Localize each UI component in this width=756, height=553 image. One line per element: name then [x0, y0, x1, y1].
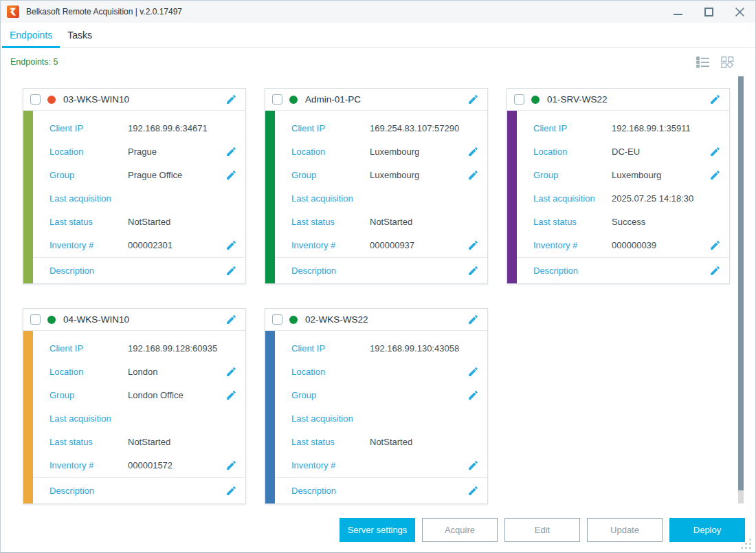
card-header: 02-WKS-WS22 [265, 309, 487, 331]
endpoint-cards-grid: 03-WKS-WIN10 Client IP192.168.99.6:34671… [23, 88, 730, 504]
edit-name-icon[interactable] [225, 314, 237, 325]
field-inventory: Inventory #000002301 [33, 233, 245, 257]
edit-group-icon[interactable] [709, 169, 721, 181]
endpoint-checkbox[interactable] [272, 314, 282, 325]
edit-description-icon[interactable] [467, 485, 479, 497]
belkasoft-logo-icon [7, 6, 19, 18]
field-client-ip: Client IP192.168.99.130:43058 [275, 336, 487, 360]
edit-description-icon[interactable] [467, 265, 479, 276]
tab-strip: Endpoints Tasks [1, 23, 755, 48]
edit-description-icon[interactable] [709, 265, 721, 276]
edit-inventory-icon[interactable] [225, 459, 237, 471]
edit-name-icon[interactable] [467, 94, 479, 105]
endpoint-card: 01-SRV-WS22 Client IP192.168.99.1:35911 … [507, 88, 730, 284]
edit-description-icon[interactable] [225, 265, 237, 276]
endpoint-card: Admin-01-PC Client IP169.254.83.107:5729… [265, 88, 488, 284]
edit-inventory-icon[interactable] [709, 239, 721, 251]
maximize-button[interactable] [693, 1, 724, 23]
edit-group-icon[interactable] [467, 169, 479, 181]
field-client-ip: Client IP169.254.83.107:57290 [275, 116, 487, 140]
edit-group-icon[interactable] [225, 169, 237, 181]
scrollbar-thumb[interactable] [738, 76, 744, 490]
endpoint-name: 04-WKS-WIN10 [63, 314, 129, 325]
list-view-icon[interactable] [696, 56, 710, 68]
field-last-acquisition: Last acquisition [275, 406, 487, 430]
card-header: 04-WKS-WIN10 [23, 309, 245, 331]
card-header: 01-SRV-WS22 [507, 89, 729, 111]
edit-inventory-icon[interactable] [467, 239, 479, 251]
app-window: Belkasoft Remote Acquisition | v.2.0.174… [0, 0, 756, 553]
endpoint-card: 04-WKS-WIN10 Client IP192.168.99.128:609… [23, 308, 246, 504]
edit-group-icon[interactable] [225, 389, 237, 401]
field-description: Description [275, 257, 487, 283]
tab-tasks[interactable]: Tasks [60, 23, 100, 47]
edit-group-icon[interactable] [467, 389, 479, 401]
field-inventory: Inventory #000001572 [33, 453, 245, 477]
field-last-status: Last statusSuccess [517, 210, 729, 233]
edit-name-icon[interactable] [709, 94, 721, 105]
field-location: LocationDC-EU [517, 140, 729, 163]
edit-location-icon[interactable] [467, 146, 479, 158]
field-last-acquisition: Last acquisition2025.07.25 14:18:30 [517, 186, 729, 210]
field-group: GroupLondon Office [33, 383, 245, 406]
card-header: Admin-01-PC [265, 89, 487, 111]
minimize-icon [674, 14, 682, 15]
field-description: Description [33, 257, 245, 283]
card-color-stripe [265, 331, 275, 503]
field-location: LocationPrague [33, 140, 245, 163]
endpoint-checkbox[interactable] [30, 94, 41, 105]
edit-location-icon[interactable] [467, 366, 479, 378]
status-dot [289, 96, 298, 104]
close-icon [735, 7, 745, 17]
card-color-stripe [265, 111, 275, 283]
edit-location-icon[interactable] [709, 146, 721, 158]
endpoint-name: 01-SRV-WS22 [547, 94, 608, 105]
field-last-status: Last statusNotStarted [275, 430, 487, 453]
field-inventory: Inventory #000000039 [517, 233, 729, 257]
field-group: Group [275, 383, 487, 406]
field-client-ip: Client IP192.168.99.1:35911 [517, 116, 729, 140]
acquire-button[interactable]: Acquire [422, 518, 498, 542]
field-last-status: Last statusNotStarted [33, 210, 245, 233]
field-inventory: Inventory #000000937 [275, 233, 487, 257]
endpoint-card: 03-WKS-WIN10 Client IP192.168.99.6:34671… [23, 88, 246, 284]
status-dot [47, 96, 56, 104]
edit-location-icon[interactable] [225, 366, 237, 378]
edit-description-icon[interactable] [225, 485, 237, 497]
minimize-button[interactable] [663, 1, 693, 23]
endpoint-checkbox[interactable] [272, 94, 282, 105]
field-group: GroupPrague Office [33, 163, 245, 186]
edit-button[interactable]: Edit [504, 518, 580, 542]
footer-actions: Server settings Acquire Edit Update Depl… [340, 518, 745, 542]
endpoint-name: 02-WKS-WS22 [305, 314, 368, 325]
field-location: LocationLondon [33, 360, 245, 383]
field-inventory: Inventory # [275, 453, 487, 477]
deploy-button[interactable]: Deploy [669, 518, 745, 542]
status-dot [289, 316, 298, 324]
field-last-acquisition: Last acquisition [33, 186, 245, 210]
scrollbar-track[interactable] [738, 490, 744, 503]
edit-inventory-icon[interactable] [225, 239, 237, 251]
edit-name-icon[interactable] [467, 314, 479, 325]
maximize-icon [704, 8, 713, 17]
edit-location-icon[interactable] [225, 146, 237, 158]
server-settings-button[interactable]: Server settings [340, 518, 415, 542]
field-description: Description [517, 257, 729, 283]
update-button[interactable]: Update [587, 518, 663, 542]
status-dot [531, 96, 540, 104]
endpoint-name: Admin-01-PC [305, 94, 361, 105]
field-description: Description [275, 477, 487, 503]
field-last-status: Last statusNotStarted [33, 430, 245, 453]
field-group: GroupLuxembourg [517, 163, 729, 186]
endpoint-checkbox[interactable] [514, 94, 524, 105]
endpoint-card: 02-WKS-WS22 Client IP192.168.99.130:4305… [265, 308, 488, 504]
field-last-acquisition: Last acquisition [275, 186, 487, 210]
edit-name-icon[interactable] [225, 94, 237, 105]
grid-view-icon[interactable] [721, 56, 735, 68]
close-button[interactable] [724, 1, 755, 23]
edit-inventory-icon[interactable] [467, 459, 479, 471]
resize-grip-icon[interactable] [740, 538, 751, 549]
card-color-stripe [23, 331, 33, 503]
endpoint-checkbox[interactable] [30, 314, 41, 325]
tab-endpoints[interactable]: Endpoints [2, 23, 60, 47]
